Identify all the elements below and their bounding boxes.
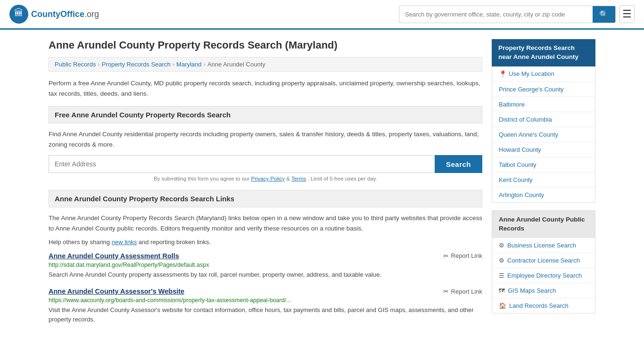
breadcrumb-anne-arundel: Anne Arundel County	[207, 61, 265, 68]
nearby-links-list: 📍 Use My Location Prince George's County…	[492, 66, 595, 203]
links-section-header: Anne Arundel County Property Records Sea…	[49, 190, 482, 207]
nearby-link-4[interactable]: Howard County	[492, 142, 595, 157]
new-links-prefix: Help others by sharing	[49, 239, 110, 246]
nearby-link-0[interactable]: Prince George's County	[492, 82, 595, 97]
breadcrumb: Public Records › Property Records Search…	[49, 57, 482, 72]
address-form: Search	[49, 155, 482, 173]
public-icon-0: ⚙	[499, 242, 504, 249]
public-icon-4: 🏠	[499, 302, 506, 309]
breadcrumb-public-records[interactable]: Public Records	[55, 61, 96, 68]
link-item-2-title[interactable]: Anne Arundel County Assessor's Website	[49, 288, 184, 295]
terms-prefix: By submitting this form you agree to our	[154, 176, 249, 181]
report-icon-2: ✂	[443, 288, 449, 295]
address-search-button[interactable]: Search	[435, 155, 482, 173]
report-link-2[interactable]: ✂ Report Link	[443, 288, 482, 295]
logo-area: 🏛 CountyOffice.org	[9, 5, 99, 24]
public-link-2[interactable]: ☰ Employee Directory Search	[492, 268, 595, 283]
report-label-1: Report Link	[451, 252, 482, 259]
nearby-link-6[interactable]: Kent County	[492, 173, 595, 188]
hamburger-menu-icon[interactable]: ☰	[619, 5, 635, 23]
breadcrumb-property-records[interactable]: Property Records Search	[102, 61, 171, 68]
public-records-list: ⚙ Business License Search ⚙ Contractor L…	[492, 238, 595, 313]
svg-text:🏛: 🏛	[14, 8, 24, 18]
links-description: The Anne Arundel County Property Records…	[49, 213, 482, 233]
link-item-1: Anne Arundel County Assessment Rolls ✂ R…	[49, 252, 482, 280]
breadcrumb-sep-1: ›	[98, 61, 99, 68]
report-link-1[interactable]: ✂ Report Link	[443, 252, 482, 260]
page-description: Perform a free Anne Arundel County, MD p…	[49, 78, 482, 99]
breadcrumb-sep-3: ›	[204, 61, 206, 68]
free-search-section: Free Anne Arundel County Property Record…	[49, 106, 482, 181]
terms-and: &	[286, 176, 291, 181]
new-links-line: Help others by sharing new links and rep…	[49, 239, 482, 246]
location-dot-icon: 📍	[499, 70, 507, 78]
new-links-anchor[interactable]: new links	[112, 239, 137, 246]
report-icon-1: ✂	[443, 252, 449, 260]
terms-suffix: . Limit of 5 free uses per day.	[307, 176, 377, 181]
public-icon-3: 🗺	[499, 287, 505, 294]
public-link-4[interactable]: 🏠 Land Records Search	[492, 298, 595, 313]
use-my-location[interactable]: 📍 Use My Location	[492, 66, 595, 82]
use-location-link[interactable]: Use My Location	[509, 70, 554, 77]
header-search-input[interactable]	[399, 7, 593, 22]
link-item-1-desc: Search Anne Arundel County property asse…	[49, 270, 482, 280]
privacy-policy-link[interactable]: Privacy Policy	[251, 176, 285, 181]
form-terms: By submitting this form you agree to our…	[49, 176, 482, 181]
address-input[interactable]	[49, 155, 435, 173]
free-search-header: Free Anne Arundel County Property Record…	[49, 106, 482, 123]
nearby-link-1[interactable]: Baltimore	[492, 97, 595, 112]
link-item-2-desc: Visit the Anne Arundel County Assessor's…	[49, 305, 482, 324]
free-search-description: Find Anne Arundel County residential pro…	[49, 129, 482, 149]
nearby-link-7[interactable]: Arlington County	[492, 188, 595, 202]
nearby-link-5[interactable]: Talbot County	[492, 157, 595, 173]
breadcrumb-maryland[interactable]: Maryland	[176, 61, 201, 68]
header-search-button[interactable]: 🔍	[593, 6, 615, 23]
public-icon-1: ⚙	[499, 257, 504, 264]
report-label-2: Report Link	[451, 288, 482, 295]
public-link-1[interactable]: ⚙ Contractor License Search	[492, 253, 595, 268]
breadcrumb-sep-2: ›	[173, 61, 174, 68]
header-right: 🔍 ☰	[399, 5, 635, 23]
link-item-1-header: Anne Arundel County Assessment Rolls ✂ R…	[49, 252, 482, 260]
main-content: Anne Arundel County Property Records Sea…	[39, 30, 605, 342]
new-links-suffix2: and reporting broken links.	[139, 239, 211, 246]
public-link-3[interactable]: 🗺 GIS Maps Search	[492, 283, 595, 298]
header-search-bar: 🔍	[399, 6, 616, 23]
logo-text: CountyOffice.org	[31, 9, 99, 19]
link-item-2-header: Anne Arundel County Assessor's Website ✂…	[49, 288, 482, 295]
nearby-link-3[interactable]: Queen Anne's County	[492, 127, 595, 142]
nearby-link-2[interactable]: District of Columbia	[492, 112, 595, 127]
links-section: Anne Arundel County Property Records Sea…	[49, 190, 482, 324]
nearby-header: Property Records Search near Anne Arunde…	[492, 39, 595, 66]
public-records-header: Anne Arundel County Public Records	[492, 210, 595, 238]
page-title: Anne Arundel County Property Records Sea…	[49, 39, 482, 51]
link-item-1-title[interactable]: Anne Arundel County Assessment Rolls	[49, 252, 179, 260]
terms-link[interactable]: Terms	[291, 176, 306, 181]
logo-icon: 🏛	[9, 5, 28, 24]
public-icon-2: ☰	[499, 272, 504, 279]
content-area: Anne Arundel County Property Records Sea…	[49, 39, 482, 332]
site-header: 🏛 CountyOffice.org 🔍 ☰	[0, 0, 644, 30]
link-item-2: Anne Arundel County Assessor's Website ✂…	[49, 288, 482, 324]
link-item-1-url: http://sdat.dat.maryland.gov/RealPropert…	[49, 262, 482, 268]
sidebar: Property Records Search near Anne Arunde…	[492, 39, 595, 332]
public-link-0[interactable]: ⚙ Business License Search	[492, 238, 595, 253]
link-item-2-url: https://www.aacounty.org/boards-and-comm…	[49, 297, 482, 304]
